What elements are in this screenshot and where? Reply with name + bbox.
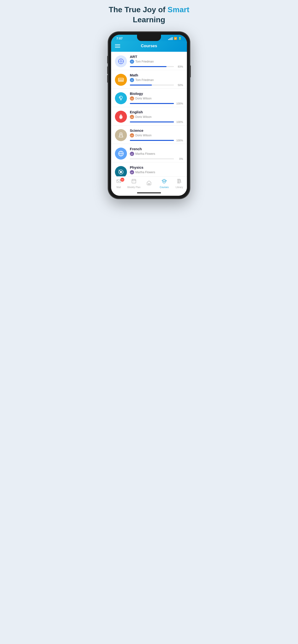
- battery-icon: 🔋: [178, 37, 182, 40]
- progress-row: 0%: [130, 158, 183, 160]
- course-teacher: DW Doris Wilson: [130, 133, 183, 138]
- svg-rect-56: [117, 180, 121, 183]
- course-icon-biology: [115, 92, 127, 104]
- course-item[interactable]: ART TF Tom Friedman 83%: [111, 52, 187, 70]
- teacher-avatar: MF: [130, 152, 134, 156]
- teacher-avatar: TF: [130, 78, 134, 82]
- course-item[interactable]: Physics MF Martha Flowers 48%: [111, 162, 187, 176]
- status-time: 7:07: [116, 37, 123, 40]
- course-info: French MF Martha Flowers 0%: [130, 147, 183, 160]
- course-teacher: MF Martha Flowers: [130, 152, 183, 156]
- svg-rect-64: [178, 179, 179, 183]
- progress-bar-bg: [130, 140, 174, 141]
- teacher-avatar: DW: [130, 96, 134, 100]
- progress-bar-bg: [130, 66, 174, 67]
- home-icon: [146, 180, 152, 187]
- teacher-name: Martha Flowers: [135, 170, 155, 174]
- course-info: ART TF Tom Friedman 83%: [130, 54, 183, 68]
- app-header-title: Courses: [120, 44, 178, 48]
- course-name: Biology: [130, 92, 183, 96]
- course-teacher: TF Tom Friedman: [130, 60, 183, 64]
- svg-text:MF: MF: [131, 153, 133, 155]
- course-name: ART: [130, 54, 183, 59]
- course-item[interactable]: Biology DW Doris Wilson 100%: [111, 89, 187, 107]
- course-info: Science DW Doris Wilson 100%: [130, 128, 183, 142]
- svg-text:TF: TF: [131, 80, 133, 81]
- progress-bar-fill: [130, 103, 174, 104]
- svg-text:DW: DW: [130, 116, 133, 118]
- teacher-avatar: DW: [130, 133, 134, 138]
- course-icon-art: [115, 55, 127, 67]
- svg-rect-13: [121, 80, 122, 81]
- bottom-nav: 11 Mail Weekly Plan Courses Library: [111, 176, 187, 191]
- nav-label-library: Library: [176, 186, 183, 188]
- course-teacher: TF Tom Friedman: [130, 78, 183, 82]
- teacher-name: Doris Wilson: [135, 97, 152, 100]
- course-icon-math: [115, 74, 127, 86]
- home-indicator: [111, 191, 187, 196]
- svg-rect-62: [148, 183, 150, 185]
- svg-rect-57: [132, 180, 136, 183]
- progress-bar-fill: [130, 84, 152, 86]
- nav-item-weekly-plan[interactable]: Weekly Plan: [127, 178, 140, 188]
- teacher-avatar: TF: [130, 60, 134, 64]
- svg-point-61: [134, 181, 134, 182]
- svg-rect-10: [119, 80, 119, 81]
- nav-item-home[interactable]: [142, 180, 156, 187]
- nav-label-mail: Mail: [116, 186, 121, 188]
- teacher-avatar: MF: [130, 170, 134, 174]
- progress-row: 100%: [130, 139, 183, 142]
- progress-bar-bg: [130, 103, 174, 104]
- progress-bar-bg: [130, 84, 174, 86]
- nav-item-mail[interactable]: 11 Mail: [112, 178, 125, 188]
- course-icon-english: [115, 111, 127, 123]
- notch: [137, 35, 161, 41]
- progress-percent: 100%: [175, 102, 183, 105]
- course-item[interactable]: English DW Doris Wilson 100%: [111, 107, 187, 126]
- svg-point-23: [120, 116, 122, 118]
- menu-icon[interactable]: [115, 44, 120, 48]
- progress-percent: 50%: [175, 84, 183, 86]
- course-teacher: MF Martha Flowers: [130, 170, 183, 174]
- home-indicator-bar: [137, 192, 161, 193]
- course-name: Physics: [130, 165, 183, 170]
- progress-percent: 100%: [175, 120, 183, 124]
- course-name: French: [130, 147, 183, 151]
- course-name: English: [130, 110, 183, 114]
- course-name: Math: [130, 73, 183, 77]
- svg-point-35: [120, 171, 122, 173]
- course-item[interactable]: Science DW Doris Wilson 100%: [111, 126, 187, 144]
- course-teacher: DW Doris Wilson: [130, 115, 183, 119]
- progress-row: 100%: [130, 120, 183, 124]
- svg-text:MF: MF: [131, 172, 133, 174]
- svg-point-17: [119, 96, 122, 99]
- course-item[interactable]: French MF Martha Flowers 0%: [111, 144, 187, 162]
- svg-text:DW: DW: [130, 135, 133, 136]
- svg-text:TF: TF: [131, 61, 133, 63]
- nav-label-courses: Courses: [160, 186, 169, 188]
- course-icon-physics-martha: [115, 166, 127, 176]
- books-icon: [177, 178, 182, 185]
- progress-percent: 83%: [175, 65, 183, 68]
- svg-rect-12: [121, 80, 121, 81]
- nav-item-library[interactable]: Library: [173, 178, 186, 188]
- nav-item-courses[interactable]: Courses: [158, 178, 171, 188]
- svg-rect-26: [120, 133, 122, 134]
- phone-screen: 7:07 📶 🔋 Courses: [111, 35, 187, 196]
- status-icons: 📶 🔋: [168, 37, 182, 40]
- progress-bar-fill: [130, 66, 167, 67]
- phone-frame: 7:07 📶 🔋 Courses: [108, 32, 190, 198]
- teacher-name: Tom Friedman: [135, 60, 154, 63]
- course-info: Biology DW Doris Wilson 100%: [130, 92, 183, 105]
- course-icon-science: [115, 129, 127, 141]
- teacher-name: Doris Wilson: [135, 134, 152, 137]
- teacher-name: Martha Flowers: [135, 152, 155, 156]
- course-item[interactable]: Math TF Tom Friedman 50%: [111, 70, 187, 89]
- progress-bar-bg: [130, 158, 174, 159]
- wifi-icon: 📶: [174, 37, 177, 40]
- progress-bar-fill: [130, 140, 174, 141]
- svg-point-1: [120, 60, 122, 62]
- nav-label-weekly-plan: Weekly Plan: [127, 186, 140, 188]
- courses-list[interactable]: ART TF Tom Friedman 83% Math TF Tom Frie…: [111, 52, 187, 176]
- signal-bars-icon: [168, 37, 173, 40]
